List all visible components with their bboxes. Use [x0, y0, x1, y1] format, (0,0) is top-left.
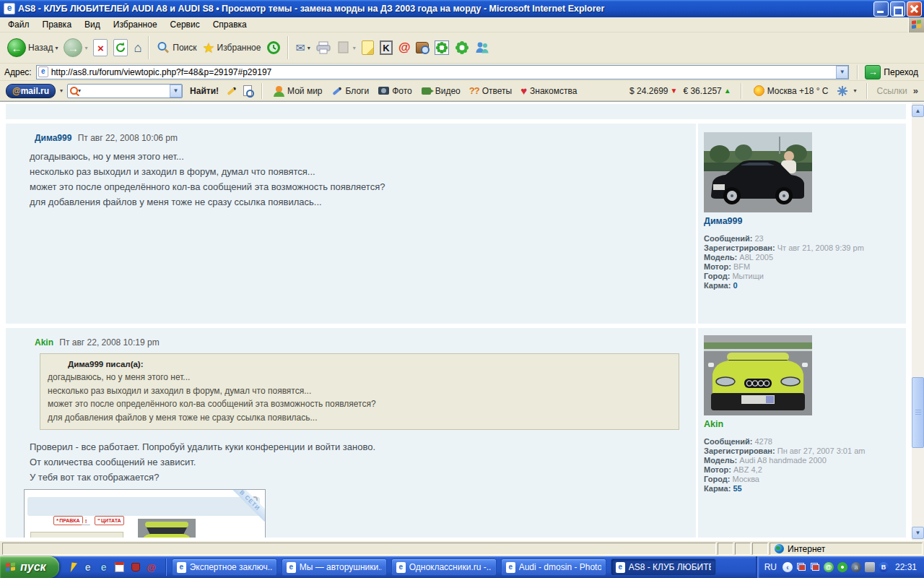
browser-icon[interactable]: e: [98, 561, 110, 573]
status-bar: Интернет: [0, 540, 924, 556]
browser-window: e AS8 - КЛУБ ЛЮБИТЕЛЕЙ AUDI A8 и AUDI S8…: [0, 0, 924, 578]
menu-file[interactable]: Файл: [1, 17, 36, 32]
standard-toolbar: ← Назад ▾ → ▾ × ⌂ Поиск ★ Избранное: [0, 33, 924, 64]
forward-button[interactable]: → ▾: [61, 37, 90, 59]
mailru-logo-dropdown-icon[interactable]: ▾: [60, 87, 63, 94]
back-dropdown-icon[interactable]: ▾: [55, 45, 58, 51]
kaspersky-button[interactable]: K: [377, 39, 396, 56]
mailru-blogs-link[interactable]: Блоги: [329, 85, 372, 97]
history-button[interactable]: [263, 39, 284, 56]
scroll-down-icon[interactable]: ▼: [912, 527, 924, 539]
address-bar: Адрес: e ▼ → Переход: [0, 64, 924, 81]
scrollbar-thumb[interactable]: [912, 377, 924, 448]
more-chevron-icon[interactable]: »: [913, 85, 918, 96]
mailru-find-button[interactable]: Найти!: [187, 86, 222, 96]
restore-button[interactable]: [890, 1, 905, 17]
ie-quicklaunch-icon[interactable]: e: [82, 561, 94, 573]
dictionary-button[interactable]: [413, 40, 432, 55]
address-input[interactable]: [51, 67, 837, 77]
globe-tray-icon[interactable]: a: [851, 562, 861, 572]
toolbar-settings-icon[interactable]: [837, 85, 848, 97]
menu-view[interactable]: Вид: [78, 17, 107, 32]
task-button-5-active[interactable]: eAS8 - КЛУБ ЛЮБИТЕ...: [611, 558, 716, 576]
post-1-author-link[interactable]: Дима999: [35, 133, 71, 143]
bluetooth-icon[interactable]: B: [879, 562, 889, 572]
stop-button[interactable]: ×: [90, 38, 110, 58]
language-indicator[interactable]: RU: [764, 562, 777, 572]
mailru-video-link[interactable]: Видео: [419, 85, 463, 97]
profile-field-karma: Карма: 0: [704, 281, 903, 290]
task-button-2[interactable]: eМы — авторушники...: [282, 558, 387, 576]
task-button-1[interactable]: eЭкспертное заключ...: [172, 558, 277, 576]
menu-help[interactable]: Справка: [206, 17, 253, 32]
mailru-logo[interactable]: @mail.ru: [6, 84, 56, 98]
mailru-agent-button[interactable]: @: [396, 39, 414, 56]
mailru-search-dropdown-icon[interactable]: ▼: [170, 85, 182, 98]
menu-tools[interactable]: Сервис: [164, 17, 206, 32]
volume-icon[interactable]: [865, 562, 875, 572]
icq-tray-icon[interactable]: @: [824, 562, 834, 572]
phone-icon[interactable]: [130, 561, 141, 573]
page-search-icon[interactable]: [242, 85, 253, 97]
vertical-scrollbar[interactable]: ▲ ▼: [912, 103, 924, 541]
internet-zone-icon: [775, 544, 784, 553]
post-2-author-link[interactable]: Akin: [35, 337, 53, 348]
post-2-header: Akin Пт авг 22, 2008 10:19 pm: [35, 337, 696, 348]
mailru-dating-link[interactable]: ♥Знакомства: [518, 85, 579, 97]
menu-favorites[interactable]: Избранное: [107, 17, 164, 32]
profile-username-link[interactable]: Akin: [704, 419, 723, 429]
quote-header: Дима999 писал(а):: [68, 360, 671, 368]
profile-username-link[interactable]: Дима999: [704, 216, 742, 226]
mail-icon: ✉: [295, 41, 305, 55]
profile-field: Сообщений: 23: [704, 234, 903, 243]
screenshot-car-thumbnail: [138, 519, 196, 538]
compose-icon[interactable]: [226, 85, 237, 97]
mailru-myworld-link[interactable]: Мой мир: [271, 85, 324, 97]
edit-button[interactable]: ▾: [334, 39, 359, 56]
book-magnifier-icon: [416, 42, 429, 53]
notes-button[interactable]: [359, 39, 377, 56]
favorites-button[interactable]: ★ Избранное: [200, 38, 264, 58]
weather-widget[interactable]: Москва +18 ° C: [751, 85, 831, 96]
menu-edit[interactable]: Правка: [36, 17, 79, 32]
post-text-line: может это после определённого кол-ва соо…: [30, 179, 696, 194]
start-button[interactable]: пуск: [0, 556, 59, 578]
home-button[interactable]: ⌂: [131, 39, 144, 57]
quick-launch: e e @: [59, 561, 163, 573]
network-icon-2[interactable]: [810, 562, 820, 572]
icq-button[interactable]: [432, 39, 452, 56]
usd-rate[interactable]: $ 24.2699▼: [629, 86, 677, 96]
go-button[interactable]: →: [865, 65, 881, 79]
mailru-answers-link[interactable]: ??Ответы: [467, 85, 514, 96]
flower-tray-icon[interactable]: [837, 562, 847, 572]
address-dropdown-icon[interactable]: ▼: [836, 66, 848, 79]
tray-chevron-icon[interactable]: ‹: [783, 562, 793, 572]
close-button[interactable]: [907, 1, 922, 17]
favorites-star-icon: ★: [203, 40, 215, 56]
calendar-icon[interactable]: [114, 561, 126, 573]
task-button-4[interactable]: eAudi - dmosin - Photo...: [501, 558, 606, 576]
clock[interactable]: 22:31: [895, 562, 917, 572]
address-field[interactable]: e ▼: [36, 65, 850, 79]
toolbar-separator: [148, 36, 149, 59]
search-button[interactable]: Поиск: [153, 39, 199, 56]
minimize-button[interactable]: [873, 1, 889, 17]
mail-agent-icon[interactable]: @: [146, 561, 157, 573]
profile-fields: Сообщений: 23 Зарегистрирован: Чт авг 21…: [704, 234, 903, 290]
mail-button[interactable]: ✉ ▾: [292, 40, 313, 56]
refresh-button[interactable]: [110, 38, 131, 58]
scroll-up-icon[interactable]: ▲: [912, 105, 924, 117]
eur-rate[interactable]: € 36.1257▲: [683, 86, 731, 96]
mailru-photo-link[interactable]: Фото: [375, 85, 414, 97]
forum-post-2: Akin Пт авг 22, 2008 10:19 pm Дима999 пи…: [6, 328, 906, 538]
network-icon[interactable]: [796, 562, 806, 572]
print-button[interactable]: [313, 39, 334, 56]
task-button-3[interactable]: eОдноклассники.ru -...: [391, 558, 497, 576]
flower-button[interactable]: [452, 39, 472, 56]
back-button[interactable]: ← Назад ▾: [4, 37, 61, 59]
mailru-search-box[interactable]: ▾ ▼: [67, 84, 183, 98]
mail-dropdown-icon[interactable]: ▾: [308, 45, 310, 51]
usd-down-icon: ▼: [671, 87, 678, 95]
download-master-icon[interactable]: [66, 561, 78, 573]
messenger-button[interactable]: [472, 39, 492, 56]
